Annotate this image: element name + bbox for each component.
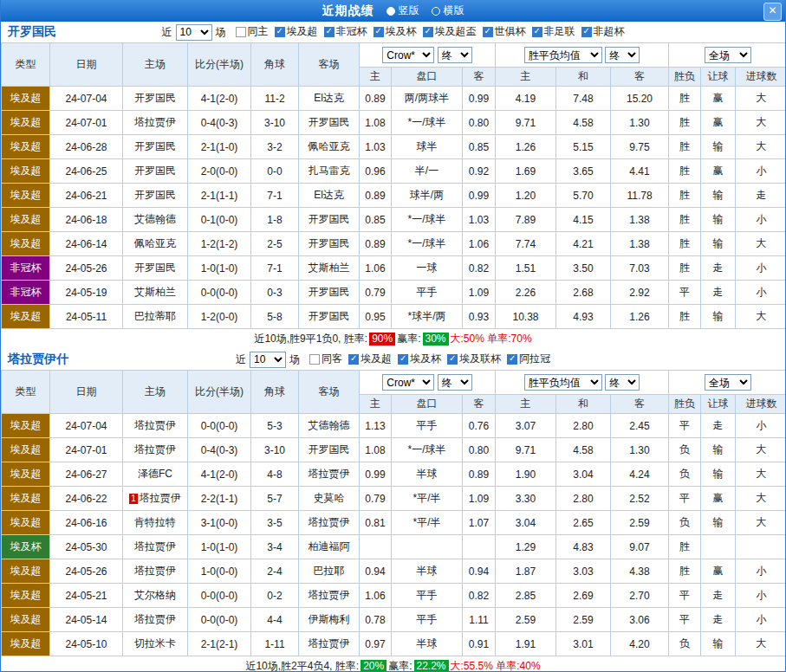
cell-home-team[interactable]: 艾斯柏兰 bbox=[123, 281, 188, 305]
filter-埃及杯[interactable]: 埃及杯 bbox=[398, 352, 441, 366]
team-name[interactable]: 塔拉贾伊什 bbox=[8, 352, 68, 367]
cell-away-team[interactable]: 开罗国民 bbox=[299, 281, 360, 305]
cell-eu-draw-odds: 2.69 bbox=[556, 584, 611, 608]
scope-select[interactable]: 全场 bbox=[705, 47, 751, 63]
matches-table: 类型 日期 主场 比分(半场) 角球 客场 Crow* 终 胜平负均值 终 bbox=[1, 42, 786, 329]
odds-source-select[interactable]: Crow* bbox=[382, 374, 434, 391]
filter-非足联[interactable]: 非足联 bbox=[532, 24, 575, 39]
cell-away-team[interactable]: 塔拉贾伊 bbox=[299, 632, 360, 656]
cell-ah-home-odds: 0.79 bbox=[360, 487, 392, 511]
radio-unselected-icon[interactable] bbox=[432, 7, 440, 16]
filter-同客[interactable]: 同客 bbox=[309, 352, 342, 366]
filter-世俱杯[interactable]: 世俱杯 bbox=[483, 24, 526, 39]
cell-eu-away-odds: 3.06 bbox=[611, 608, 669, 632]
cell-away-team[interactable]: 巴拉耶 bbox=[299, 559, 360, 584]
cell-home-team[interactable]: 塔拉贾伊 bbox=[123, 438, 188, 462]
cell-home-team[interactable]: 泽德FC bbox=[123, 462, 188, 487]
europe-final-select[interactable]: 终 bbox=[605, 47, 640, 63]
cell-home-team[interactable]: 开罗国民 bbox=[123, 159, 188, 184]
odds-source-select[interactable]: Crow* bbox=[382, 47, 434, 63]
checkbox-checked-icon[interactable] bbox=[447, 354, 458, 365]
radio-horizontal-layout[interactable]: 横版 bbox=[432, 3, 464, 18]
filter-阿拉冠[interactable]: 阿拉冠 bbox=[507, 352, 550, 366]
cell-home-team[interactable]: 艾德翰德 bbox=[123, 208, 188, 232]
cell-away-team[interactable]: 柏迪福阿 bbox=[299, 535, 360, 559]
cell-home-team[interactable]: 佩哈亚克 bbox=[123, 232, 188, 256]
cell-home-team[interactable]: 开罗国民 bbox=[123, 184, 188, 208]
checkbox-checked-icon[interactable] bbox=[423, 27, 433, 37]
cell-away-team[interactable]: 艾斯柏兰 bbox=[299, 256, 360, 281]
cell-result: 平 bbox=[669, 487, 701, 511]
match-count-select[interactable]: 10 bbox=[176, 24, 212, 41]
cell-away-team[interactable]: 佩哈亚克 bbox=[299, 135, 360, 159]
cell-away-team[interactable]: 开罗国民 bbox=[299, 232, 360, 256]
cell-away-team[interactable]: El达克 bbox=[299, 87, 360, 111]
filter-埃及杯[interactable]: 埃及杯 bbox=[374, 24, 417, 39]
cell-home-team[interactable]: 塔拉贾伊 bbox=[123, 535, 188, 559]
cell-score: 2-0(0-0) bbox=[188, 159, 251, 184]
filter-埃及超[interactable]: 埃及超 bbox=[348, 352, 392, 366]
filter-非超杯[interactable]: 非超杯 bbox=[581, 24, 625, 39]
europe-odds-select[interactable]: 胜平负均值 bbox=[524, 374, 602, 391]
cell-corner: 5-7 bbox=[251, 487, 299, 511]
cell-home-team[interactable]: 塔拉贾伊 bbox=[123, 559, 188, 584]
close-button[interactable]: ✕ bbox=[763, 3, 782, 21]
cell-home-team[interactable]: 巴拉蒂耶 bbox=[123, 305, 188, 329]
odds-final-select[interactable]: 终 bbox=[438, 374, 472, 391]
cell-ah-away-odds: 1.11 bbox=[463, 608, 496, 632]
cell-home-team[interactable]: 肯特拉特 bbox=[123, 511, 188, 535]
odds-final-select[interactable]: 终 bbox=[438, 47, 472, 63]
cell-away-team[interactable]: 塔拉贾伊 bbox=[299, 462, 360, 487]
radio-selected-icon[interactable] bbox=[387, 7, 395, 16]
cell-away-team[interactable]: 开罗国民 bbox=[299, 438, 360, 462]
cell-away-team[interactable]: 艾德翰德 bbox=[299, 414, 360, 438]
cell-away-team[interactable]: 塔拉贾伊 bbox=[299, 511, 360, 535]
checkbox-unchecked-icon[interactable] bbox=[309, 354, 320, 365]
checkbox-checked-icon[interactable] bbox=[581, 27, 592, 37]
cell-eu-draw-odds: 4.83 bbox=[556, 535, 611, 559]
europe-odds-select[interactable]: 胜平负均值 bbox=[524, 47, 602, 63]
cell-home-team[interactable]: 艾尔格纳 bbox=[123, 584, 188, 608]
cell-home-team[interactable]: 塔拉贾伊 bbox=[123, 608, 188, 632]
checkbox-checked-icon[interactable] bbox=[532, 27, 542, 37]
match-row: 埃及超24-06-18艾德翰德0-1(0-0)1-8开罗国民0.85*一/球半1… bbox=[2, 208, 786, 232]
filter-埃及联杯[interactable]: 埃及联杯 bbox=[447, 352, 501, 366]
checkbox-checked-icon[interactable] bbox=[275, 27, 285, 37]
checkbox-checked-icon[interactable] bbox=[348, 354, 359, 365]
cell-result: 负 bbox=[669, 632, 701, 656]
checkbox-checked-icon[interactable] bbox=[324, 27, 335, 37]
europe-final-select[interactable]: 终 bbox=[605, 374, 640, 391]
cell-home-team[interactable]: 开罗国民 bbox=[123, 87, 188, 111]
cell-away-team[interactable]: 开罗国民 bbox=[299, 208, 360, 232]
filter-非冠杯[interactable]: 非冠杯 bbox=[324, 24, 367, 39]
cell-home-team[interactable]: 开罗国民 bbox=[123, 256, 188, 281]
checkbox-unchecked-icon[interactable] bbox=[236, 27, 246, 37]
cell-away-team[interactable]: 史莫哈 bbox=[299, 487, 360, 511]
cell-handicap-line: 球半/两 bbox=[392, 184, 463, 208]
filter-同主[interactable]: 同主 bbox=[236, 24, 269, 39]
cell-away-team[interactable]: 伊斯梅利 bbox=[299, 608, 360, 632]
cell-handicap-result: 赢 bbox=[701, 111, 736, 135]
cell-away-team[interactable]: El达克 bbox=[299, 184, 360, 208]
cell-away-team[interactable]: 扎马雷克 bbox=[299, 159, 360, 184]
checkbox-checked-icon[interactable] bbox=[374, 27, 384, 37]
radio-vertical-layout[interactable]: 竖版 bbox=[387, 3, 419, 18]
cell-home-team[interactable]: 1塔拉贾伊 bbox=[123, 487, 188, 511]
team-name[interactable]: 开罗国民 bbox=[8, 24, 56, 40]
cell-league: 埃及超 bbox=[2, 559, 50, 584]
cell-home-team[interactable]: 开罗国民 bbox=[123, 135, 188, 159]
cell-home-team[interactable]: 切拉米卡 bbox=[123, 632, 188, 656]
cell-away-team[interactable]: 开罗国民 bbox=[299, 305, 360, 329]
checkbox-checked-icon[interactable] bbox=[507, 354, 517, 365]
filter-埃及超[interactable]: 埃及超 bbox=[275, 24, 318, 39]
checkbox-checked-icon[interactable] bbox=[483, 27, 493, 37]
cell-away-team[interactable]: 开罗国民 bbox=[299, 111, 360, 135]
filter-埃及超盃[interactable]: 埃及超盃 bbox=[423, 24, 477, 39]
cell-home-team[interactable]: 塔拉贾伊 bbox=[123, 414, 188, 438]
cell-away-team[interactable]: 塔拉贾伊 bbox=[299, 584, 360, 608]
match-count-select[interactable]: 10 bbox=[250, 352, 286, 368]
cell-eu-draw-odds: 2.68 bbox=[556, 281, 611, 305]
cell-home-team[interactable]: 塔拉贾伊 bbox=[123, 111, 188, 135]
scope-select[interactable]: 全场 bbox=[705, 374, 751, 391]
checkbox-checked-icon[interactable] bbox=[398, 354, 408, 365]
